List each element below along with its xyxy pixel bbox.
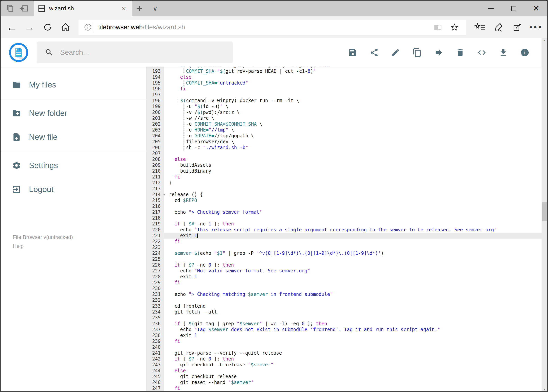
code-line[interactable]: 209 buildAssets [146, 162, 541, 168]
favorite-star-icon[interactable] [446, 23, 463, 32]
code-line[interactable]: 219 if [ $# -ne 1 ]; then [146, 221, 541, 227]
code-line[interactable]: 194 else [146, 74, 541, 80]
code-line[interactable]: 205 filebrowser/dev \ [146, 139, 541, 145]
sidebar-item-logout[interactable]: Logout [0, 179, 146, 199]
code-line[interactable]: 215 cd $REPO [146, 197, 541, 203]
code-line[interactable]: 222 fi [146, 238, 541, 245]
tab-close-icon[interactable]: × [120, 5, 127, 12]
sidebar-item-new-file[interactable]: New file [0, 127, 146, 147]
web-note-pen-icon[interactable] [489, 18, 508, 36]
tab-wizard-sh[interactable]: wizard.sh × [34, 0, 132, 16]
code-line[interactable]: 228 exit 1 [146, 274, 541, 280]
code-line[interactable]: 192 if [ "$(command -v git)" != "" ] && … [146, 67, 541, 68]
share-file-icon[interactable] [370, 48, 379, 57]
code-line[interactable]: 198 $(command -v winpty) docker run --rm… [146, 98, 541, 104]
code-line[interactable]: 241 git rev-parse --verify --quiet relea… [146, 350, 541, 356]
new-tab-button[interactable]: + [132, 0, 147, 16]
copy-icon[interactable] [413, 48, 422, 57]
close-button[interactable]: ✕ [525, 0, 548, 16]
code-line[interactable]: 203 -e HOME="//tmp" \ [146, 127, 541, 133]
more-options-icon[interactable]: ••• [527, 18, 545, 36]
share-icon[interactable] [508, 18, 527, 36]
code-line[interactable]: 210 buildBinary [146, 168, 541, 174]
code-line[interactable]: 234 git fetch --all [146, 309, 541, 315]
download-icon[interactable] [499, 48, 508, 57]
code-line[interactable]: 207 [146, 150, 541, 156]
url-text[interactable]: filebrowser.web/files/wizard.sh [98, 23, 429, 31]
code-line[interactable]: 220 echo "This release script requires a… [146, 227, 541, 233]
filebrowser-logo-icon[interactable] [9, 43, 28, 62]
maximize-button[interactable] [502, 0, 525, 16]
code-line[interactable]: 237 echo "Tag $semver does not exist in … [146, 327, 541, 333]
code-line[interactable]: 211 fi [146, 174, 541, 180]
code-line[interactable]: 244 else [146, 368, 541, 374]
code-line[interactable]: 243 git checkout -b release "$semver" [146, 362, 541, 368]
code-line[interactable]: 224 semver=$(echo "$1" | grep -P '^v(0|[… [146, 250, 541, 256]
code-line[interactable]: 196 fi [146, 86, 541, 92]
browser-window: wizard.sh × + ∨ ✕ ← → filebrowser.web/fi… [0, 0, 548, 392]
code-line[interactable]: 200 -v /$(pwd):/src:z \ [146, 109, 541, 115]
hub-favorites-icon[interactable] [470, 18, 489, 36]
search-input[interactable]: Search... [37, 42, 233, 63]
code-line[interactable]: 206 sh -c "./wizard.sh -b" [146, 145, 541, 150]
code-line[interactable]: 213 [146, 186, 541, 192]
code-line[interactable]: 217 echo "> Checking semver format" [146, 209, 541, 215]
address-bar[interactable]: filebrowser.web/files/wizard.sh [78, 20, 466, 35]
code-editor[interactable]: 192 if [ "$(command -v git)" != "" ] && … [146, 67, 541, 392]
code-line[interactable]: 199 -u "$(id -u)" \ [146, 104, 541, 109]
move-icon[interactable] [434, 48, 443, 57]
code-line[interactable]: 235 [146, 315, 541, 321]
code-line[interactable]: 195 COMMIT_SHA="untracked" [146, 80, 541, 86]
minimize-button[interactable] [480, 0, 502, 16]
save-icon[interactable] [348, 48, 357, 57]
home-button[interactable] [56, 18, 75, 36]
code-line[interactable]: 202 -e COMMIT_SHA=$COMMIT_SHA \ [146, 121, 541, 127]
code-line[interactable]: 242 if [ $? -ne 0 ]; then [146, 356, 541, 362]
code-line[interactable]: 230 [146, 286, 541, 291]
set-aside-tabs-icon[interactable] [6, 5, 14, 12]
refresh-button[interactable] [39, 18, 56, 36]
code-line[interactable]: 214release () { [146, 192, 541, 197]
code-view-icon[interactable] [477, 48, 486, 57]
code-line[interactable]: 212} [146, 180, 541, 186]
code-line[interactable]: 233 cd frontend [146, 303, 541, 309]
code-line[interactable]: 232 [146, 297, 541, 303]
code-line[interactable]: 225 [146, 256, 541, 262]
code-line[interactable]: 246 git reset --hard "$semver" [146, 379, 541, 385]
help-link[interactable]: Help [13, 242, 73, 251]
code-line[interactable]: 236 if [ $(git tag | grep "$semver" | wc… [146, 321, 541, 327]
code-line[interactable]: 208 else [146, 156, 541, 162]
code-line[interactable]: 218 [146, 215, 541, 221]
line-number: 241 [146, 350, 164, 356]
scroll-down-icon[interactable]: ⌄ [541, 385, 548, 392]
restore-tabs-icon[interactable] [20, 5, 28, 12]
code-line[interactable]: 238 exit 1 [146, 333, 541, 338]
code-line[interactable]: 221 exit 1 [146, 233, 541, 238]
code-line[interactable]: 216 [146, 203, 541, 209]
info-icon[interactable] [520, 48, 529, 57]
code-line[interactable]: 227 echo "Not valid semver format. See s… [146, 268, 541, 274]
delete-icon[interactable] [456, 48, 465, 57]
code-line[interactable]: 201 -w //src \ [146, 115, 541, 121]
sidebar-item-my-files[interactable]: My files [0, 75, 146, 95]
code-line[interactable]: 247 fi [146, 385, 541, 391]
code-line[interactable]: 245 git checkout release [146, 374, 541, 379]
scroll-up-icon[interactable]: ⌃ [541, 39, 548, 45]
edit-icon[interactable] [391, 48, 400, 57]
code-line[interactable]: 240 [146, 344, 541, 350]
sidebar-item-new-folder[interactable]: New folder [0, 103, 146, 123]
code-line[interactable]: 197 [146, 92, 541, 98]
code-line[interactable]: 193 COMMIT_SHA="$(git rev-parse HEAD | c… [146, 68, 541, 74]
tab-list-chevron-icon[interactable]: ∨ [147, 0, 163, 16]
code-line[interactable]: 226 if [ $? -ne 0 ]; then [146, 262, 541, 268]
code-line[interactable]: 239 fi [146, 338, 541, 344]
page-scrollbar[interactable]: ⌃ ⌄ [541, 38, 548, 392]
code-line[interactable]: 204 -e GOPATH=//tmp/gopath \ [146, 133, 541, 139]
code-line[interactable]: 231 echo "> Checking matching $semver in… [146, 291, 541, 297]
sidebar-item-settings[interactable]: Settings [0, 155, 146, 175]
scrollbar-thumb[interactable] [542, 202, 547, 221]
code-line[interactable]: 223 [146, 245, 541, 250]
code-line[interactable]: 229 fi [146, 280, 541, 286]
page-info-icon[interactable] [82, 23, 94, 31]
back-button[interactable]: ← [3, 18, 21, 36]
